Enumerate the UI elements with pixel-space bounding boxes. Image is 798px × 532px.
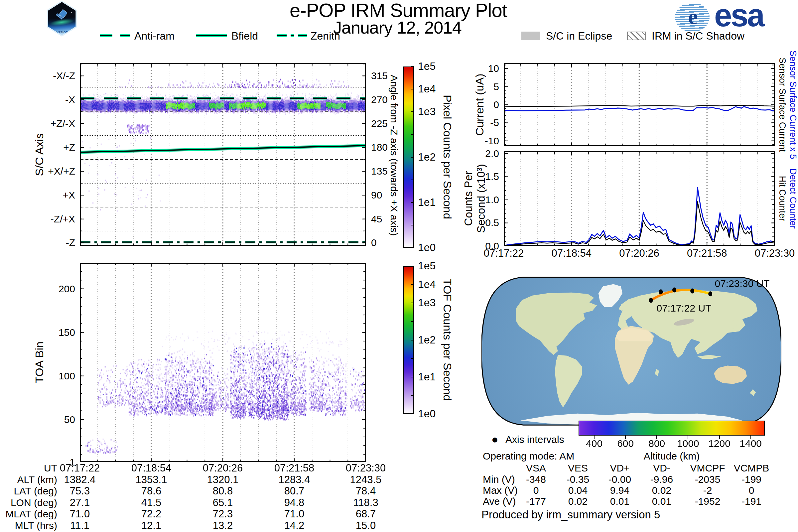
- track-start-time-label: 07:17:22 UT: [657, 303, 711, 314]
- tick-label: 0.01: [610, 496, 629, 507]
- tick-label: -191: [741, 496, 761, 507]
- tick-label: 200: [58, 284, 75, 294]
- sc-axis-ylabel: S/C Axis: [33, 133, 46, 176]
- tick-label: +X/+Z: [48, 166, 75, 176]
- zenith-legend-label: Zenith: [310, 30, 340, 42]
- world-map-canvas: [481, 275, 781, 427]
- tick-label: 1e5: [418, 61, 436, 72]
- tick-label: -2035: [695, 474, 721, 485]
- tick-label: 12.1: [141, 520, 161, 531]
- tick-label: 0: [533, 485, 539, 496]
- sc-axis-right-label: Angle from -Z axis (towards +X axis): [388, 75, 400, 236]
- tick-label: 41.5: [141, 497, 161, 508]
- operating-mode-label: Operating mode: AM: [483, 451, 574, 461]
- page-date: January 12, 2014: [333, 18, 461, 38]
- tick-label: UT: [44, 463, 57, 474]
- tick-label: 07:23:30: [755, 248, 795, 259]
- tick-label: 80.7: [284, 486, 304, 497]
- tick-label: -5: [490, 118, 499, 128]
- tick-label: 07:17:22: [60, 463, 100, 474]
- tick-label: -X/-Z: [53, 71, 75, 81]
- tick-label: 0.01: [652, 496, 671, 507]
- eclipse-legend-label: S/C in Eclipse: [546, 30, 612, 42]
- tick-label: 15.0: [356, 520, 376, 531]
- axis-intervals-label: Axis intervals: [506, 434, 564, 445]
- tick-label: 27.1: [70, 497, 90, 508]
- tick-label: -177: [526, 496, 546, 507]
- tick-label: 1200: [708, 438, 730, 449]
- tick-label: 14.2: [284, 520, 304, 531]
- colorbar-tick: [411, 157, 414, 158]
- tick-label: 1e2: [418, 152, 436, 163]
- tick-label: 180: [371, 142, 388, 153]
- tick-label: 1243.5: [350, 474, 382, 485]
- colorbar-tick: [411, 225, 414, 225]
- colorbar-tick: [411, 414, 414, 414]
- tick-label: -9.96: [650, 474, 673, 485]
- patch-art: CASSIOPE: [47, 2, 76, 35]
- tick-label: 07:21:58: [687, 248, 727, 259]
- tick-label: VD-: [653, 463, 670, 474]
- current-ylabel: Current (uA): [473, 74, 486, 136]
- tick-label: 0: [371, 238, 377, 248]
- tick-label: 1e5: [418, 260, 436, 272]
- tick-label: VSA: [526, 463, 546, 474]
- tick-label: 11.1: [70, 520, 90, 531]
- bfield-legend-label: Bfield: [231, 30, 258, 42]
- tick-label: Max (V): [483, 485, 518, 496]
- altitude-colorbar: [578, 421, 765, 436]
- colorbar-tick: [411, 179, 414, 180]
- tick-label: 1e0: [418, 408, 436, 420]
- tick-label: 45: [371, 214, 382, 225]
- colorbar-tick: [411, 358, 414, 359]
- tick-label: Min (V): [483, 474, 515, 485]
- counts-ylabel: Counts PerSecond (x10³): [462, 164, 488, 233]
- tick-label: 78.6: [141, 486, 161, 497]
- tick-label: 1e2: [418, 335, 436, 346]
- tick-label: 0: [493, 99, 499, 110]
- tick-label: -10: [485, 136, 499, 146]
- counts-plot-canvas: [504, 151, 775, 246]
- tick-label: VCMPB: [734, 463, 770, 474]
- tick-label: 71.0: [284, 509, 304, 520]
- tick-label: -Z/+X: [51, 214, 75, 225]
- tick-label: 1320.1: [207, 474, 239, 485]
- anti-ram-legend-label: Anti-ram: [134, 30, 174, 42]
- sc-axis-spectrogram-canvas: [80, 63, 366, 246]
- tick-label: 600: [617, 438, 634, 449]
- tick-label: -199: [741, 474, 761, 485]
- tick-label: 72.2: [141, 509, 161, 520]
- eclipse-legend-swatch: [521, 32, 540, 40]
- tick-label: 1382.4: [64, 474, 96, 485]
- tick-label: 0.02: [652, 485, 671, 496]
- colorbar-tick: [411, 303, 414, 303]
- tick-label: 10: [488, 63, 499, 74]
- tick-label: 65.1: [213, 497, 233, 508]
- toa-ylabel: TOA Bin: [33, 341, 46, 383]
- colorbar-tick: [411, 340, 414, 341]
- tick-label: 1e1: [418, 197, 436, 208]
- colorbar-tick: [411, 247, 414, 248]
- tick-label: +Z/-X: [51, 118, 75, 129]
- shadow-legend-label: IRM in S/C Shadow: [652, 30, 744, 42]
- produced-by-label: Produced by irm_summary version 5: [481, 509, 660, 521]
- tick-label: 07:20:26: [619, 248, 659, 259]
- colorbar-tick: [411, 377, 414, 377]
- tick-label: MLAT (deg): [5, 509, 57, 519]
- tick-label: 1283.4: [279, 474, 310, 485]
- tick-label: 07:23:30: [346, 463, 386, 474]
- pixel-counts-colorbar-label: Pixel Counts per Second: [441, 95, 454, 219]
- tick-label: 13.2: [213, 520, 233, 531]
- colorbar-tick: [411, 89, 414, 90]
- current-right-label-blue: Sensor Surface Current x 5: [788, 50, 798, 159]
- tick-label: VD+: [610, 463, 629, 474]
- tick-label: 1e4: [418, 83, 436, 95]
- tick-label: 1353.1: [136, 474, 167, 485]
- tick-label: 80.8: [213, 486, 233, 497]
- tick-label: 270: [371, 94, 388, 105]
- tick-label: 150: [58, 327, 75, 338]
- tick-label: 1e3: [418, 297, 436, 308]
- tick-label: 1.0: [485, 194, 499, 205]
- tick-label: 1000: [677, 438, 699, 449]
- tick-label: 50: [64, 414, 75, 425]
